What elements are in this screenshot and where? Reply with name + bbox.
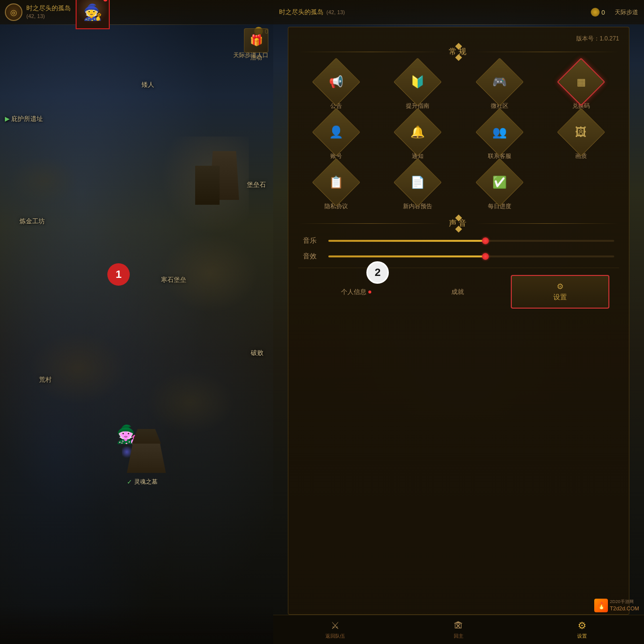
- icon-cell-daily[interactable]: ✅ 每日进度: [462, 165, 538, 211]
- guide-icon: 🔰: [401, 65, 435, 99]
- icon-cell-quality[interactable]: 🖼 画质: [543, 115, 620, 160]
- privacy-icon: 📋: [319, 165, 353, 199]
- icon-cell-announcement[interactable]: 📢 公告: [298, 65, 374, 110]
- character-portrait[interactable]: 🧙: [76, 0, 110, 29]
- map-label-alchemy: 炼金工坊: [20, 217, 45, 226]
- map-label-fortress-stone: 堡垒石: [247, 180, 266, 189]
- sfx-slider-track[interactable]: [328, 255, 614, 257]
- settings-panel: 版本号：1.0.271 常规 📢 公告: [288, 27, 629, 615]
- tab-settings[interactable]: ⚙ 设置: [521, 618, 644, 642]
- watermark-text: 2D20手游网 T2d2d.COM: [610, 599, 639, 612]
- footer-settings-button[interactable]: ⚙ 设置: [511, 275, 609, 309]
- tab-home[interactable]: 🏚 回主: [397, 618, 520, 642]
- sfx-slider-row: 音效: [298, 252, 619, 261]
- right-currency: 0 天际步道: [591, 8, 638, 17]
- preview-icon: 📄: [401, 165, 435, 199]
- top-bar-left: ◎ 时之尽头的孤岛 (42, 13) 🧙: [0, 0, 273, 24]
- icon-cell-account[interactable]: 👤 账号: [298, 115, 374, 160]
- music-slider-thumb: [482, 237, 489, 244]
- music-label: 音乐: [303, 236, 322, 245]
- home-icon: 🏚: [454, 620, 463, 631]
- home-label: 回主: [454, 633, 463, 640]
- footer-personal-label: 个人信息: [341, 288, 366, 296]
- icon-cell-community[interactable]: 🎮 微社区: [462, 65, 538, 110]
- icon-cell-notify[interactable]: 🔔 通知: [380, 115, 456, 160]
- grid-placeholder: [543, 165, 578, 211]
- return-team-icon: ⚔: [331, 620, 340, 631]
- right-skypath-label: 天际步道: [615, 8, 638, 17]
- location-name: 时之尽头的孤岛: [26, 4, 71, 13]
- watermark-logo: 🔥: [594, 599, 608, 612]
- step-badge-2: 2: [366, 261, 389, 284]
- personal-notification-dot: [368, 291, 371, 293]
- sfx-slider-thumb: [482, 253, 489, 260]
- daily-icon: ✅: [483, 165, 517, 199]
- music-slider-fill: [328, 240, 485, 242]
- right-location-info: 时之尽头的孤岛 (42, 13): [279, 8, 345, 17]
- support-icon: 👥: [483, 115, 517, 149]
- map-label-soul-tomb: 灵魂之墓: [127, 478, 158, 486]
- watermark-line2: T2d2d.COM: [610, 605, 639, 612]
- map-label-ruined: 破败: [251, 349, 263, 357]
- location-info: 时之尽头的孤岛 (42, 13): [26, 4, 71, 20]
- community-icon: 🎮: [483, 65, 517, 99]
- sound-section: 声音 音乐 音效: [298, 218, 619, 261]
- icon-cell-support[interactable]: 👥 联系客服: [462, 115, 538, 160]
- icon-cell-preview[interactable]: 📄 新内容预告: [380, 165, 456, 211]
- portrait-figure: 🧙: [77, 0, 109, 28]
- map-label-dwarf: 矮人: [141, 80, 154, 89]
- location-box: ◎ 时之尽头的孤岛 (42, 13): [5, 3, 71, 21]
- quality-icon: 🖼: [564, 115, 598, 149]
- event-icon: 🎁: [244, 28, 268, 53]
- normal-section-header: 常规: [298, 47, 619, 57]
- icon-cell-redeem[interactable]: ▦ 兑换码: [543, 65, 620, 110]
- right-currency-item: 0: [591, 8, 605, 17]
- icon-grid-row2: 👤 账号 🔔 通知 👥 联系客服: [298, 115, 619, 160]
- settings-tab-label: 设置: [577, 633, 587, 640]
- top-divider: [0, 24, 273, 25]
- settings-button-label: 设置: [553, 293, 567, 302]
- map-background: [0, 0, 273, 644]
- top-bar-right: 时之尽头的孤岛 (42, 13) 0 天际步道: [273, 0, 644, 24]
- notify-icon: 🔔: [401, 115, 435, 149]
- icon-grid-row3: 📋 隐私协议 📄 新内容预告 ✅ 每日进度: [298, 165, 619, 211]
- footer-achievement-tab[interactable]: 成就: [409, 288, 506, 296]
- castle-body: [195, 166, 220, 205]
- version-text: 版本号：1.0.271: [298, 35, 619, 43]
- right-panel: 时之尽头的孤岛 (42, 13) 0 天际步道 版本号：1.0.271 常规: [273, 0, 644, 644]
- music-slider-track[interactable]: [328, 240, 614, 242]
- sound-section-header: 声音: [298, 218, 619, 229]
- settings-tab-icon: ⚙: [578, 620, 586, 631]
- skypath-label: 天际步道人口: [233, 51, 268, 59]
- right-location-coords: (42, 13): [326, 9, 345, 15]
- terrain-castle-area: [161, 137, 249, 234]
- temple-structure: [122, 434, 171, 473]
- terrain-mid-right: [161, 234, 259, 312]
- sfx-label: 音效: [303, 252, 322, 261]
- watermark: 🔥 2D20手游网 T2d2d.COM: [594, 599, 639, 612]
- footer-achievement-label: 成就: [451, 288, 464, 296]
- sfx-slider-fill: [328, 255, 485, 257]
- icon-cell-guide[interactable]: 🔰 提升指南: [380, 65, 456, 110]
- section-line-right: [474, 52, 619, 52]
- tab-return-team[interactable]: ⚔ 返回队伍: [273, 618, 397, 642]
- sound-line-right: [474, 223, 619, 224]
- return-team-label: 返回队伍: [325, 633, 345, 640]
- section-line-left: [298, 52, 443, 52]
- location-coords: (42, 13): [26, 13, 71, 20]
- bottom-fade: [0, 605, 273, 644]
- compass-icon: ◎: [5, 3, 22, 21]
- right-location-name: 时之尽头的孤岛: [279, 8, 323, 17]
- left-game-map: ◎ 时之尽头的孤岛 (42, 13) 🧙 0 🎁 活动 天际步道人口 矮人 ▶庇…: [0, 0, 273, 644]
- right-coin-icon: [591, 8, 600, 17]
- terrain-bottom-left: [29, 332, 127, 405]
- redeem-icon: ▦: [564, 65, 598, 99]
- terrain-ruin-left: [10, 156, 78, 205]
- sound-line-left: [298, 223, 443, 224]
- right-currency-value: 0: [602, 9, 605, 16]
- settings-inner: 版本号：1.0.271 常规 📢 公告: [288, 27, 629, 614]
- footer-personal-tab[interactable]: 个人信息: [308, 288, 404, 296]
- watermark-line1: 2D20手游网: [610, 599, 639, 605]
- step-badge-1: 1: [107, 263, 130, 286]
- icon-cell-privacy[interactable]: 📋 隐私协议: [298, 165, 374, 211]
